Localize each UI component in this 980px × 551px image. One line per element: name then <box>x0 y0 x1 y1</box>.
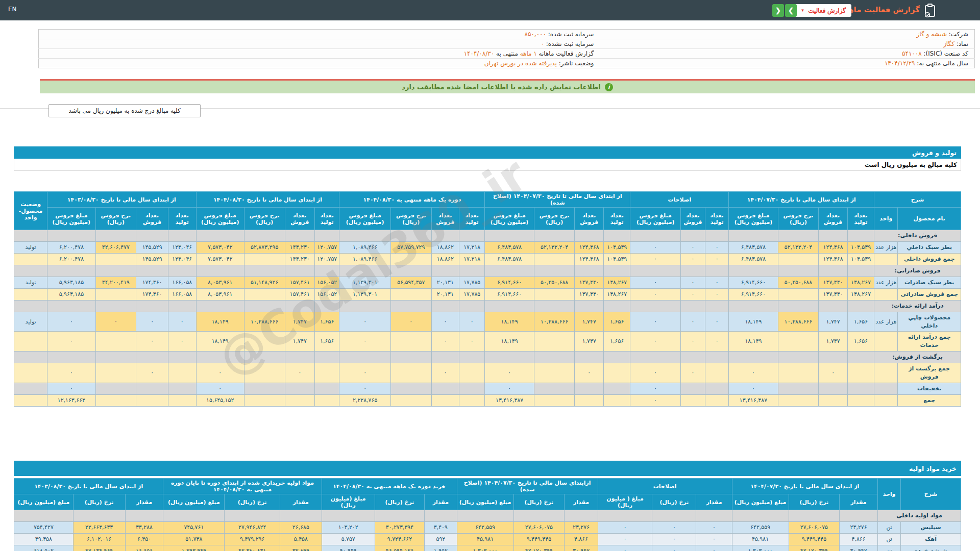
table-cell: ۱۰۳,۵۳۹ <box>847 253 874 265</box>
column-header: مبلغ فروش (میلیون ریال) <box>729 208 778 230</box>
table-cell: ۶۱۸,۵۰۲ <box>14 545 74 551</box>
table-cell: ۱۲۴,۳۶۸ <box>575 253 604 265</box>
column-header: واحد <box>874 208 898 230</box>
table-row: فروش داخلی: <box>14 230 961 242</box>
table-cell <box>431 265 459 277</box>
language-switch-link[interactable]: EN <box>8 6 17 13</box>
table-cell: ۲۷,۶۰۶,۰۷۵ <box>513 521 565 533</box>
info-value: ۱ ماهه <box>518 50 537 57</box>
table-row: جمع فروش صادراتی۱۳۸,۲۶۷۱۳۷,۳۳۰۶,۹۱۴,۶۶۰۰… <box>14 288 961 300</box>
table-cell <box>390 332 431 352</box>
table-cell <box>322 510 375 522</box>
table-cell <box>778 253 819 265</box>
table-cell <box>95 265 136 277</box>
column-header: تعداد فروش <box>136 208 168 230</box>
table-cell: ۴۵,۹۸۱ <box>457 533 513 545</box>
chevron-left-icon: ❮ <box>775 7 781 14</box>
table-cell: تن <box>877 533 900 545</box>
table-cell <box>705 383 729 395</box>
table-cell: ۱,۳۰۳,۰۰۰ <box>457 545 513 551</box>
table-cell: ۱۴۳,۲۳۰ <box>285 253 315 265</box>
table-cell <box>680 352 705 363</box>
table-cell <box>513 510 565 522</box>
table-cell: ۱۳,۴۱۶,۳۸۷ <box>729 395 778 407</box>
table-cell: ۱,۷۴۷ <box>285 332 315 352</box>
company-info-table: شرکت: شیشه و گاز سرمایه ثبت شده: ۸۵۰,۰۰۰… <box>38 29 975 68</box>
table-cell <box>339 300 391 312</box>
table-cell <box>778 332 819 352</box>
table-cell <box>598 510 652 522</box>
table-cell: ۱۵۷,۴۶۱ <box>285 288 315 300</box>
column-header: مقدار <box>565 494 598 510</box>
table-cell: ۱۰,۳۸۸,۶۶۶ <box>534 312 575 332</box>
table-cell <box>168 383 196 395</box>
table-cell <box>534 395 575 407</box>
table-cell: ۵۶,۵۹۴,۳۵۷ <box>390 277 431 288</box>
table-cell: ۱۲,۱۶۳,۶۶۳ <box>47 395 95 407</box>
table-cell <box>244 332 285 352</box>
table-cell <box>95 395 136 407</box>
table-cell: ۰ <box>630 363 681 383</box>
table-cell <box>604 383 630 395</box>
column-header: تعداد تولید <box>168 208 196 230</box>
table-cell: ۱۰۳,۲۰۲ <box>322 521 375 533</box>
table-cell: ۱۷۴,۳۶۰ <box>136 277 168 288</box>
table-cell: برگشت از فروش: <box>874 352 961 363</box>
info-label: شرکت: <box>947 31 968 38</box>
table-cell: فروش داخلی: <box>874 230 961 242</box>
table-cell: ۰ <box>652 545 696 551</box>
table-cell: ۱۰,۳۸۸,۶۶۶ <box>244 312 285 332</box>
table-row: سیلیستن۲۳,۲۷۶۲۷,۶۰۶,۰۷۵۶۴۲,۵۵۹۰۰۰۲۳,۲۷۶۲… <box>14 521 961 533</box>
table-cell <box>95 300 136 312</box>
table-cell <box>390 383 431 395</box>
column-header: مبلغ (میلیون ریال) <box>14 494 74 510</box>
table-cell <box>652 510 696 522</box>
table-cell <box>575 383 604 395</box>
table-cell <box>390 265 431 277</box>
column-header: از ابتدای سال مالی تا تاریخ ۱۴۰۴/۰۷/۳۰ <box>729 192 874 208</box>
table-cell: ۶۴۲,۵۵۹ <box>732 521 789 533</box>
table-cell <box>459 300 485 312</box>
table-cell <box>136 265 168 277</box>
table-cell: ۰ <box>598 545 652 551</box>
production-table-wrapper: شرحاز ابتدای سال مالی تا تاریخ ۱۴۰۴/۰۷/۳… <box>14 191 961 407</box>
table-cell: ۹۰,۹۴۹ <box>322 545 375 551</box>
table-cell: ۰ <box>680 277 705 288</box>
table-cell: ۱۳۷,۳۳۰ <box>819 277 848 288</box>
table-cell <box>778 383 819 395</box>
table-cell: مواد اولیه داخلی <box>877 510 961 522</box>
column-header: مقدار <box>125 494 163 510</box>
table-cell: ۱۴۳,۲۳۰ <box>285 241 315 253</box>
column-header: اصلاحات <box>630 192 729 208</box>
table-cell: جمع برگشت از فروش <box>898 363 961 383</box>
table-cell <box>819 300 848 312</box>
table-cell: آهک <box>901 533 961 545</box>
table-cell: ۰ <box>339 363 391 383</box>
table-cell: ۰ <box>431 332 459 352</box>
table-cell: ۴۲,۱۲۰,۳۹۹ <box>789 545 840 551</box>
table-cell: ۵۰,۳۵۰,۶۸۸ <box>778 277 819 288</box>
next-report-button[interactable]: ❯ <box>785 4 797 17</box>
report-type-button[interactable]: گزارش فعالیت ▼ <box>795 4 851 17</box>
table-cell <box>819 395 848 407</box>
table-cell <box>705 300 729 312</box>
info-value: پذیرفته شده در بورس تهران <box>484 60 557 67</box>
table-cell: ۱,۷۴۷ <box>819 332 848 352</box>
table-cell: ۶,۹۱۴,۶۶۰ <box>485 288 534 300</box>
table-cell: ۱,۹۵۲ <box>425 545 457 551</box>
table-cell: ۰ <box>680 288 705 300</box>
table-cell: ۱۳۷,۳۳۰ <box>575 288 604 300</box>
table-cell <box>847 383 874 395</box>
table-cell <box>789 510 840 522</box>
previous-report-button[interactable]: ❮ <box>772 4 784 17</box>
table-cell: ۰ <box>485 383 534 395</box>
table-cell: ۲۰,۱۳۱ <box>431 288 459 300</box>
table-cell <box>196 230 244 242</box>
table-cell <box>14 265 47 277</box>
column-header: نرخ فروش (ریال) <box>95 208 136 230</box>
table-cell <box>847 230 874 242</box>
column-header: تعداد تولید <box>459 208 485 230</box>
table-cell <box>315 363 339 383</box>
amounts-note-button[interactable]: کلیه مبالغ درج شده به میلیون ریال می باش… <box>48 104 201 117</box>
table-cell <box>168 352 196 363</box>
